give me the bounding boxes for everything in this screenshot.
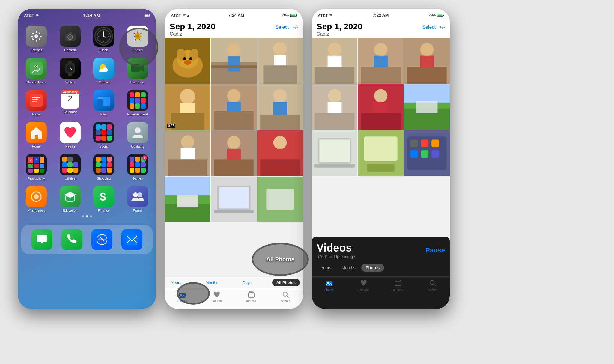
app-productivity[interactable]: W ★ Productivity (22, 154, 50, 180)
photo-3[interactable] (257, 38, 303, 84)
svg-point-20 (103, 36, 104, 37)
slide-tab-albums[interactable]: Albums (381, 280, 415, 292)
plus-minus-2[interactable]: +/- (292, 25, 298, 30)
battery-pct-3: 78% (429, 13, 436, 17)
p3-photo-8[interactable] (358, 130, 404, 176)
slide-panel: Videos 575 Pho Uploading s Pause (312, 237, 450, 309)
svg-rect-9 (32, 32, 34, 35)
photos-rainbow-svg (130, 28, 145, 44)
teams-svg (131, 190, 145, 203)
svg-rect-141 (315, 113, 354, 130)
svg-rect-147 (404, 84, 450, 103)
dock-safari[interactable] (91, 229, 112, 250)
app-settings[interactable]: Settings (22, 26, 50, 52)
app-watch[interactable]: Watch (56, 58, 84, 84)
photos-location-2: Cadiz (170, 31, 216, 37)
photo-10[interactable] (165, 177, 210, 222)
app-finance[interactable]: $ Finance (90, 186, 118, 212)
app-health[interactable]: Health (56, 122, 84, 148)
app-calendar[interactable]: Wednesday 2 Calendar (56, 90, 84, 116)
app-games[interactable]: 1 Games (124, 154, 152, 180)
p3-photo-5[interactable] (358, 84, 404, 130)
photo-8[interactable] (211, 130, 257, 176)
mail-svg (126, 234, 138, 245)
select-btn-3[interactable]: Select (422, 25, 435, 30)
dock-messages[interactable] (31, 229, 52, 250)
photo-4[interactable]: 0:27 0:27 (165, 84, 210, 130)
productivity-icon: W ★ (26, 154, 47, 175)
app-weather[interactable]: Weather (90, 58, 118, 84)
svg-rect-162 (410, 150, 418, 158)
app-education[interactable]: Education (56, 186, 84, 212)
photos-header-2: Sep 1, 2020 Cadiz Select +/- (165, 20, 303, 38)
slide-tab-foryou[interactable]: For You (346, 280, 381, 292)
app-files[interactable]: Files (90, 90, 118, 116)
photo-6[interactable] (257, 84, 303, 130)
tab-search-icon-2 (282, 291, 290, 299)
slide-tab-search[interactable]: Search (415, 280, 450, 292)
app-entertainment[interactable]: Entertainment (124, 90, 152, 116)
app-social[interactable]: Social (90, 122, 118, 148)
tab-albums-2[interactable]: Albums (234, 291, 268, 303)
iphone2: AT&T 7:24 AM (165, 9, 303, 309)
p3-photo-9[interactable] (404, 130, 450, 176)
p3-photo-4[interactable] (312, 84, 357, 130)
app-mindfulness[interactable]: Mindfulness (22, 186, 50, 212)
photo-5[interactable] (211, 84, 257, 130)
photo-1[interactable] (165, 38, 210, 84)
tab-search-2[interactable]: Search (268, 291, 303, 303)
app-home[interactable]: Home (22, 122, 50, 148)
app-camera[interactable]: Camera (56, 26, 84, 52)
photo-7[interactable] (165, 130, 210, 176)
plus-minus-3[interactable]: +/- (439, 25, 445, 30)
p3-photo-3[interactable] (404, 38, 450, 84)
dock-phone[interactable] (61, 229, 82, 250)
filter-months-2[interactable]: Months (202, 279, 222, 286)
app-maps[interactable]: Google Maps (22, 58, 50, 84)
select-btn-2[interactable]: Select (275, 25, 288, 30)
tab-foryou-2[interactable]: For You (199, 291, 234, 303)
health-svg (63, 126, 77, 139)
settings-label: Settings (30, 48, 42, 52)
battery-pct-2: 78% (282, 13, 289, 17)
tab-photos-2[interactable]: Photos (165, 291, 199, 303)
app-utilities[interactable]: Utilities (56, 154, 84, 180)
p3-photo-2[interactable] (358, 38, 404, 84)
filter-years-2[interactable]: Years (168, 279, 185, 286)
svg-rect-108 (165, 177, 210, 195)
pause-btn[interactable]: Pause (425, 246, 445, 254)
messages-svg (36, 234, 48, 246)
filter-days-2[interactable]: Days (239, 279, 255, 286)
app-news[interactable]: News (22, 90, 50, 116)
time-1: 7:24 AM (83, 13, 100, 18)
app-teams[interactable]: Teams (124, 186, 152, 212)
app-clock[interactable]: Clock (90, 26, 118, 52)
carrier-1: AT&T (24, 13, 34, 18)
app-contacts[interactable]: Contacts (124, 122, 152, 148)
p3-photo-6[interactable] (404, 84, 450, 130)
tab-search-label-2: Search (281, 300, 291, 303)
wifi-icon-2 (182, 14, 186, 17)
slide-albums-svg (395, 280, 402, 286)
slide-filter-months[interactable]: Months (337, 264, 359, 272)
svg-rect-81 (263, 65, 297, 84)
education-label: Education (63, 209, 77, 212)
slide-filter-photos[interactable]: Photos (361, 264, 384, 272)
app-shopping[interactable]: Shopping (90, 154, 118, 180)
p3-photo-7[interactable] (312, 130, 357, 176)
filter-row-2: Years Months Days All Photos (165, 277, 303, 288)
slide-tab-photos[interactable]: Photos (312, 280, 346, 292)
photo-2[interactable] (211, 38, 257, 84)
dock-mail[interactable] (121, 229, 142, 250)
photo-11[interactable] (211, 177, 257, 222)
productivity-label: Productivity (28, 177, 45, 180)
slide-filter-years[interactable]: Years (317, 264, 335, 272)
photo-9[interactable] (257, 130, 303, 176)
filter-allphotos-2[interactable]: All Photos (272, 279, 300, 286)
p3-photo-1[interactable] (312, 38, 357, 84)
app-facetime[interactable]: FaceTime (124, 58, 152, 84)
slide-uploading: Uploading s (334, 254, 356, 259)
app-photos[interactable]: Photos (124, 26, 152, 52)
photo-12[interactable] (257, 177, 303, 222)
teams-label: Teams (133, 209, 142, 212)
